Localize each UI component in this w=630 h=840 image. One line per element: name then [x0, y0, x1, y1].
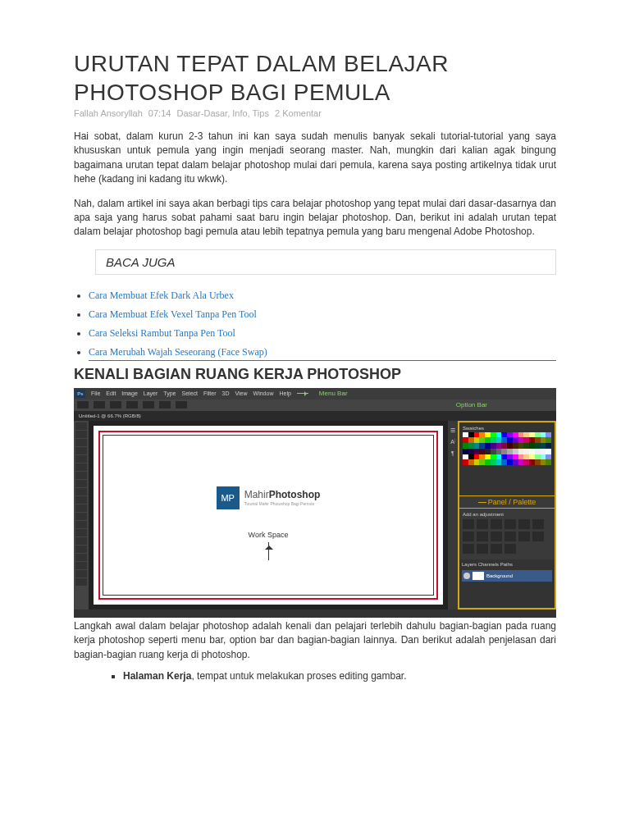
ps-document-tab: Untitled-1 @ 66.7% (RGB/8)	[74, 411, 556, 421]
ps-right-panel: Swatches Panel / Palette Add an adjustme…	[458, 421, 556, 609]
read-also-box: BACA JUGA	[95, 249, 556, 275]
article-meta: Fallah Ansoryllah 07:14 Dasar-Dasar, Inf…	[74, 108, 556, 118]
menu-item: 3D	[222, 390, 230, 396]
tool-icon	[75, 455, 87, 463]
related-link[interactable]: Cara Seleksi Rambut Tanpa Pen Tool	[89, 327, 235, 339]
adjustment-icon	[532, 532, 544, 541]
image-caption: Langkah awal dalam belajar photoshop ada…	[74, 619, 556, 662]
meta-comments: 2 Komentar	[275, 108, 322, 118]
photoshop-screenshot: Ps File Edit Image Layer Type Select Fil…	[74, 388, 556, 618]
layers-header: Layers Channels Paths	[462, 562, 552, 567]
photoshop-app-icon: Ps	[75, 390, 85, 398]
layer-name: Background	[486, 573, 513, 578]
ps-menu-bar: Ps File Edit Image Layer Type Select Fil…	[74, 388, 556, 399]
definition-list: Halaman Kerja, tempat untuk melakukan pr…	[74, 670, 556, 682]
term-description: , tempat untuk melakukan proses editing …	[191, 670, 406, 682]
list-item: Cara Seleksi Rambut Tanpa Pen Tool	[89, 324, 556, 343]
ps-artboard: MP MahirPhotoshop Tutorial Mahir Photosh…	[94, 426, 443, 605]
tool-icon	[75, 570, 87, 578]
tool-icon	[75, 480, 87, 487]
list-item: Cara Merubah Wajah Seseorang (Face Swap)	[89, 343, 556, 361]
adjustments-title: Add an adjustment	[463, 512, 551, 517]
list-item: Cara Membuat Efek Vexel Tanpa Pen Tool	[89, 305, 556, 324]
ps-swatches-panel: Swatches	[459, 422, 555, 495]
related-links-list: Cara Membuat Efek Dark Ala Urbex Cara Me…	[74, 286, 556, 361]
paragraph-intro-2: Nah, dalam artikel ini saya akan berbagi…	[74, 197, 556, 240]
ps-canvas-area: MP MahirPhotoshop Tutorial Mahir Photosh…	[89, 421, 448, 609]
tool-icon	[75, 513, 87, 520]
adjustment-icon	[532, 519, 544, 529]
section-heading: KENALI BAGIAN RUANG KERJA PHOTOSHOP	[74, 366, 556, 383]
adjustment-icon	[518, 532, 530, 541]
adjustment-icon	[504, 544, 516, 554]
panel-icon: ¶	[451, 450, 454, 456]
option-control	[143, 401, 154, 409]
annotation-option-bar: Option Bar	[456, 401, 487, 409]
annotation-frame	[98, 431, 438, 600]
paragraph-intro-1: Hai sobat, dalam kurun 2-3 tahun ini kan…	[74, 130, 556, 187]
ps-tools-bar	[74, 421, 89, 609]
menu-item: Window	[253, 390, 274, 396]
related-link[interactable]: Cara Membuat Efek Vexel Tanpa Pen Tool	[89, 308, 257, 320]
list-item: Halaman Kerja, tempat untuk melakukan pr…	[123, 670, 556, 682]
annotation-panel-palette: Panel / Palette	[459, 495, 555, 509]
adjustment-icon	[491, 519, 502, 529]
tool-icon	[75, 463, 87, 471]
menu-item: Help	[279, 390, 290, 396]
adjustment-icon	[504, 532, 516, 541]
eye-icon	[463, 573, 470, 579]
article-title: URUTAN TEPAT DALAM BELAJAR PHOTOSHOP BAG…	[74, 49, 556, 107]
ps-adjustments-panel: Add an adjustment	[459, 509, 555, 559]
option-control	[126, 401, 138, 409]
menu-item: Type	[163, 390, 176, 396]
ps-collapsed-panels: ☰Aⁱ¶	[448, 421, 458, 609]
panel-icon: Aⁱ	[450, 439, 455, 445]
ps-layers-panel: Layers Channels Paths Background	[459, 559, 555, 608]
tool-icon	[75, 546, 87, 553]
meta-time: 07:14	[148, 108, 171, 118]
menu-item: View	[235, 390, 248, 396]
related-link[interactable]: Cara Membuat Efek Dark Ala Urbex	[89, 290, 234, 301]
ps-option-bar: Option Bar	[74, 399, 556, 411]
adjustment-icon	[463, 532, 474, 541]
adjustment-icon	[477, 519, 488, 529]
adjustment-icon	[477, 544, 488, 554]
option-control	[77, 401, 89, 409]
option-control	[176, 401, 187, 409]
tool-icon	[75, 439, 87, 446]
adjustment-icon	[463, 544, 474, 554]
arrow-up-icon	[268, 542, 269, 560]
arrow-left-icon	[297, 393, 308, 394]
menu-item: Image	[121, 390, 137, 396]
tool-icon	[75, 496, 87, 504]
adjustment-icon	[491, 532, 502, 541]
menu-item: Layer	[144, 390, 158, 396]
adjustment-icon	[477, 532, 488, 541]
swatch-grid	[463, 432, 551, 466]
tool-icon	[75, 578, 87, 586]
layer-thumbnail	[472, 572, 484, 580]
tool-icon	[75, 562, 87, 569]
related-link[interactable]: Cara Merubah Wajah Seseorang (Face Swap)	[89, 346, 267, 358]
layer-row: Background	[462, 570, 552, 582]
annotation-menu-bar: Menu Bar	[319, 390, 348, 397]
menu-item: File	[91, 390, 100, 396]
option-control	[94, 401, 105, 409]
adjustment-icon	[504, 519, 516, 529]
ps-status-bar	[74, 609, 556, 618]
tool-icon	[75, 447, 87, 454]
tool-icon	[75, 472, 87, 479]
tool-icon	[75, 504, 87, 512]
adjustment-icon	[463, 519, 474, 529]
list-item: Cara Membuat Efek Dark Ala Urbex	[89, 286, 556, 305]
swatches-title: Swatches	[463, 426, 551, 431]
tool-icon	[75, 488, 87, 495]
tool-icon	[75, 554, 87, 561]
document-tab-label: Untitled-1 @ 66.7% (RGB/8)	[79, 413, 141, 418]
option-control	[110, 401, 121, 409]
menu-item: Edit	[106, 390, 116, 396]
tool-icon	[75, 431, 87, 438]
adjustment-icon	[518, 519, 530, 529]
menu-item: Filter	[203, 390, 217, 396]
term-bold: Halaman Kerja	[123, 670, 191, 682]
